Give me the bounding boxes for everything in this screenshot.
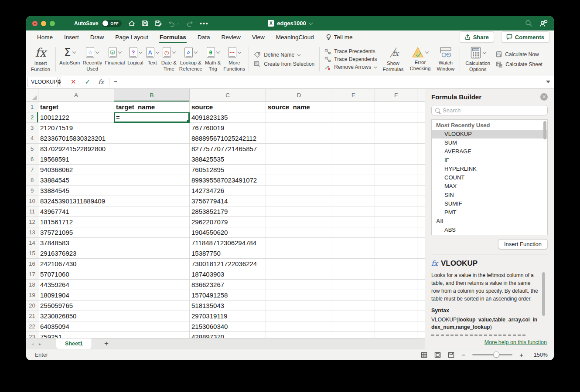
cell-e14[interactable] (332, 238, 375, 248)
save-as-icon[interactable] (155, 20, 162, 27)
panel-close-icon[interactable]: ✕ (540, 93, 548, 101)
cell-c15[interactable]: 15387750 (190, 248, 266, 259)
previous-sheet-button[interactable]: ◂ (31, 341, 34, 346)
cell-b10[interactable] (114, 196, 190, 206)
function-item-max[interactable]: MAX (432, 182, 547, 191)
formula-bar-expand-icon[interactable] (546, 81, 550, 83)
cell-a11[interactable]: 43967741 (38, 206, 114, 217)
cell-a4[interactable]: 823367015830323201 (38, 133, 114, 144)
normal-view-button[interactable] (421, 352, 427, 358)
sheet-tab-sheet1[interactable]: Sheet1 (56, 338, 92, 349)
insert-function-confirm-button[interactable]: Insert Function (498, 239, 548, 249)
cell-b14[interactable] (114, 238, 190, 248)
cell-b15[interactable] (114, 248, 190, 259)
cell-a15[interactable]: 2916376923 (38, 248, 114, 259)
column-header-c[interactable]: C (190, 89, 266, 102)
row-header-14[interactable]: 14 (26, 238, 38, 248)
cell-b19[interactable] (114, 290, 190, 301)
function-item-abs[interactable]: ABS (432, 226, 547, 234)
cell-f22[interactable] (375, 321, 417, 332)
cell-f14[interactable] (375, 238, 417, 248)
cell-f5[interactable] (375, 144, 417, 154)
row-header-3[interactable]: 3 (26, 123, 38, 133)
cell-a2[interactable]: 10012122 (38, 112, 114, 123)
tab-formulas[interactable]: Formulas (154, 30, 192, 44)
cell-f10[interactable] (375, 196, 417, 206)
cell-a19[interactable]: 18091904 (38, 290, 114, 301)
row-header-5[interactable]: 5 (26, 144, 38, 154)
cell-a22[interactable]: 64035094 (38, 321, 114, 332)
function-item-sumif[interactable]: SUMIF (432, 199, 547, 208)
show-formulas-button[interactable]: fx Show Formulas (380, 44, 407, 74)
cell-c12[interactable]: 2962207079 (190, 217, 266, 227)
cell-a10[interactable]: 832453901311889409 (38, 196, 114, 206)
zoom-slider[interactable] (472, 354, 512, 355)
cell-b21[interactable] (114, 311, 190, 321)
create-from-selection-button[interactable]: Create from Selection (254, 61, 314, 67)
cell-d8[interactable] (266, 175, 332, 186)
row-header-20[interactable]: 20 (26, 301, 38, 311)
undo-icon[interactable] (168, 20, 175, 27)
row-header-19[interactable]: 19 (26, 290, 38, 301)
ribbon-more-functions-button[interactable]: ⋯More Functions (222, 44, 246, 73)
cell-d5[interactable] (266, 144, 332, 154)
cell-a9[interactable]: 33884545 (38, 186, 114, 196)
cell-e8[interactable] (332, 175, 375, 186)
cell-a13[interactable]: 375721095 (38, 227, 114, 238)
cell-f20[interactable] (375, 301, 417, 311)
cell-d16[interactable] (266, 259, 332, 269)
cell-f2[interactable] (375, 112, 417, 123)
cell-d2[interactable] (266, 112, 332, 123)
function-item-pmt[interactable]: PMT (432, 208, 547, 217)
cell-b6[interactable] (114, 154, 190, 165)
ribbon-math-trig-button[interactable]: θMath & Trig (204, 44, 222, 73)
cell-b4[interactable] (114, 133, 190, 144)
cell-c5[interactable]: 827757707721465857 (190, 144, 266, 154)
cell-b3[interactable] (114, 123, 190, 133)
cell-f18[interactable] (375, 280, 417, 290)
cell-d20[interactable] (266, 301, 332, 311)
calculate-now-button[interactable]: Calculate Now (496, 51, 542, 57)
cell-a14[interactable]: 37848583 (38, 238, 114, 248)
ribbon-recently-used-button[interactable]: ☆Recently Used (81, 44, 103, 73)
cell-e10[interactable] (332, 196, 375, 206)
cell-c1[interactable]: source (190, 102, 266, 112)
cell-a7[interactable]: 940368062 (38, 165, 114, 175)
cell-e13[interactable] (332, 227, 375, 238)
cell-c17[interactable]: 187403903 (190, 269, 266, 280)
cell-c9[interactable]: 142734726 (190, 186, 266, 196)
description-scrollbar[interactable] (542, 272, 545, 316)
cell-d9[interactable] (266, 186, 332, 196)
function-list-scrollbar[interactable] (543, 121, 546, 139)
cell-d19[interactable] (266, 290, 332, 301)
select-all-corner[interactable] (26, 89, 38, 102)
cell-c23[interactable]: 428897370 (190, 332, 266, 338)
tab-review[interactable]: Review (215, 30, 246, 44)
row-header-22[interactable]: 22 (26, 321, 38, 332)
cell-e2[interactable] (332, 112, 375, 123)
ribbon-autosum-button[interactable]: ΣAutoSum (58, 44, 81, 68)
row-header-17[interactable]: 17 (26, 269, 38, 280)
row-header-16[interactable]: 16 (26, 259, 38, 269)
cell-e19[interactable] (332, 290, 375, 301)
cell-e1[interactable] (332, 102, 375, 112)
cell-c21[interactable]: 2970319119 (190, 311, 266, 321)
function-item-vlookup[interactable]: VLOOKUP (432, 130, 547, 139)
tab-draw[interactable]: Draw (85, 30, 110, 44)
row-header-15[interactable]: 15 (26, 248, 38, 259)
cell-a20[interactable]: 255059765 (38, 301, 114, 311)
cell-f19[interactable] (375, 290, 417, 301)
tab-view[interactable]: View (246, 30, 270, 44)
cell-a17[interactable]: 57071060 (38, 269, 114, 280)
cell-e9[interactable] (332, 186, 375, 196)
cell-e11[interactable] (332, 206, 375, 217)
trace-precedents-button[interactable]: Trace Precedents (324, 48, 377, 54)
function-item-hyperlink[interactable]: HYPERLINK (432, 165, 547, 173)
cell-b1[interactable]: target_name (114, 102, 190, 112)
cell-c11[interactable]: 2853852179 (190, 206, 266, 217)
comments-button[interactable]: Comments (501, 31, 549, 43)
row-header-7[interactable]: 7 (26, 165, 38, 175)
cell-d17[interactable] (266, 269, 332, 280)
cell-c22[interactable]: 2153060340 (190, 321, 266, 332)
cancel-entry-button[interactable]: ✕ (71, 78, 76, 86)
